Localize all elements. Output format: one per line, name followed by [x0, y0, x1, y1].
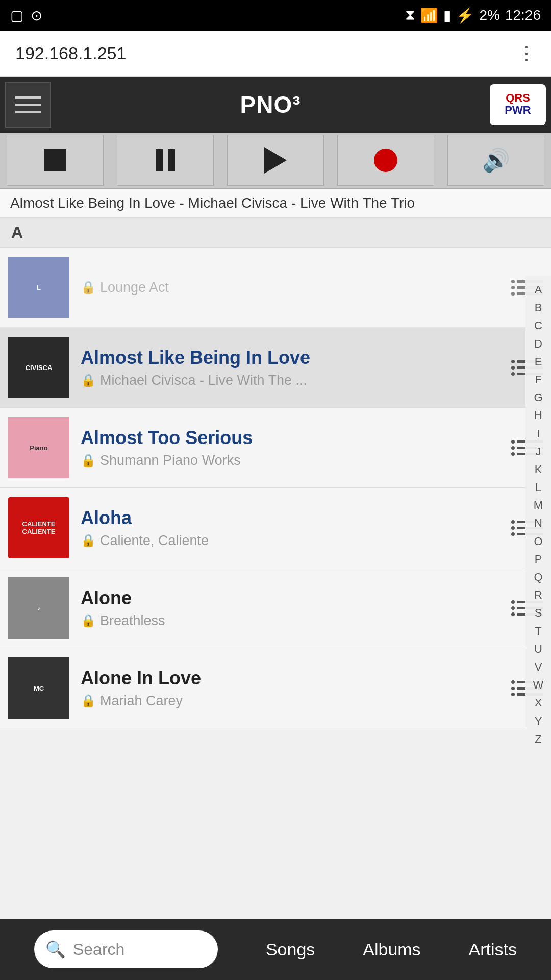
- hamburger-line: [15, 104, 41, 106]
- list-item[interactable]: CIVISCA Almost Like Being In Love 🔒 Mich…: [0, 328, 551, 408]
- tab-albums[interactable]: Albums: [363, 940, 420, 960]
- list-item[interactable]: CALIENTE CALIENTE Aloha 🔒 Caliente, Cali…: [0, 488, 551, 568]
- list-item[interactable]: ♪ Alone 🔒 Breathless: [0, 568, 551, 648]
- search-placeholder: Search: [73, 940, 124, 959]
- alpha-a[interactable]: A: [525, 281, 551, 299]
- lock-icon: 🔒: [81, 533, 96, 548]
- alpha-j[interactable]: J: [525, 443, 551, 460]
- app-title: PNO³: [240, 91, 301, 118]
- alpha-l[interactable]: L: [525, 478, 551, 496]
- song-subtitle: 🔒 Mariah Carey: [81, 693, 502, 709]
- album-art: CIVISCA: [8, 337, 69, 398]
- alpha-p[interactable]: P: [525, 550, 551, 568]
- alpha-h[interactable]: H: [525, 406, 551, 424]
- alpha-w[interactable]: W: [525, 676, 551, 694]
- alpha-s[interactable]: S: [525, 604, 551, 622]
- tab-artists[interactable]: Artists: [469, 940, 517, 960]
- alpha-u[interactable]: U: [525, 640, 551, 658]
- qrs-logo-top: QRS: [506, 92, 530, 104]
- song-title: Almost Like Being In Love: [81, 347, 502, 369]
- song-album: Breathless: [100, 613, 165, 629]
- volume-button[interactable]: 🔊: [447, 135, 544, 186]
- song-subtitle: 🔒 Michael Civisca - Live With The ...: [81, 373, 502, 388]
- lock-icon: 🔒: [81, 453, 96, 468]
- album-art-image: CIVISCA: [8, 337, 69, 398]
- pause-button[interactable]: [117, 135, 214, 186]
- url-text[interactable]: 192.168.1.251: [15, 43, 126, 63]
- play-button[interactable]: [227, 135, 324, 186]
- overflow-menu-icon[interactable]: ⋮: [517, 43, 536, 64]
- song-subtitle: 🔒 Shumann Piano Works: [81, 453, 502, 469]
- album-art: L: [8, 257, 69, 318]
- clock: 12:26: [505, 7, 541, 23]
- hamburger-menu-button[interactable]: [5, 82, 51, 128]
- list-item[interactable]: MC Alone In Love 🔒 Mariah Carey: [0, 648, 551, 728]
- hourglass-icon: ⧗: [405, 7, 415, 24]
- sim-icon: ▮: [443, 7, 451, 24]
- square-icon: ▢: [10, 7, 23, 24]
- song-info: Alone 🔒 Breathless: [81, 587, 502, 629]
- record-button[interactable]: [337, 135, 434, 186]
- song-title: Aloha: [81, 507, 502, 529]
- alpha-t[interactable]: T: [525, 622, 551, 640]
- alpha-y[interactable]: Y: [525, 712, 551, 730]
- album-art: MC: [8, 657, 69, 719]
- album-art: Piano: [8, 417, 69, 478]
- hamburger-line: [15, 111, 41, 113]
- alpha-i[interactable]: I: [525, 425, 551, 443]
- status-bar: ▢ ⊙ ⧗ 📶 ▮ ⚡ 2% 12:26: [0, 0, 551, 31]
- bottom-navigation-bar: 🔍 Search Songs Albums Artists: [0, 919, 551, 980]
- alpha-f[interactable]: F: [525, 371, 551, 388]
- album-art-image: ♪: [8, 577, 69, 639]
- song-album: Michael Civisca - Live With The ...: [100, 373, 307, 388]
- alpha-g[interactable]: G: [525, 388, 551, 406]
- lightning-icon: ⚡: [456, 7, 474, 24]
- alpha-b[interactable]: B: [525, 299, 551, 316]
- now-playing-bar: Almost Like Being In Love - Michael Civi…: [0, 189, 551, 218]
- qrs-logo-bottom: PWR: [505, 104, 531, 117]
- app-header: PNO³ QRS PWR: [0, 77, 551, 133]
- alpha-x[interactable]: X: [525, 694, 551, 712]
- pause-icon: [156, 149, 175, 172]
- list-item[interactable]: L 🔒 Lounge Act: [0, 248, 551, 328]
- play-icon: [264, 147, 287, 174]
- alpha-z[interactable]: Z: [525, 730, 551, 748]
- album-art: CALIENTE CALIENTE: [8, 497, 69, 558]
- alpha-q[interactable]: Q: [525, 568, 551, 586]
- alpha-r[interactable]: R: [525, 586, 551, 604]
- alpha-o[interactable]: O: [525, 532, 551, 550]
- alpha-n[interactable]: N: [525, 514, 551, 532]
- section-letter-a: A: [0, 218, 551, 248]
- section-label: A: [11, 223, 23, 241]
- album-art-image: MC: [8, 657, 69, 719]
- stop-button[interactable]: [7, 135, 104, 186]
- alpha-e[interactable]: E: [525, 353, 551, 371]
- art-label: L: [35, 282, 43, 293]
- song-title: Almost Too Serious: [81, 427, 502, 449]
- song-info: 🔒 Lounge Act: [81, 280, 502, 296]
- search-icon: 🔍: [45, 940, 66, 959]
- search-box[interactable]: 🔍 Search: [34, 930, 218, 968]
- alpha-m[interactable]: M: [525, 496, 551, 514]
- song-subtitle: 🔒 Caliente, Caliente: [81, 533, 502, 549]
- alpha-d[interactable]: D: [525, 335, 551, 353]
- lock-icon: 🔒: [81, 373, 96, 387]
- song-info: Almost Too Serious 🔒 Shumann Piano Works: [81, 427, 502, 469]
- tab-songs[interactable]: Songs: [266, 940, 315, 960]
- alphabet-index: A B C D E F G H I J K L M N O P Q R S T …: [525, 276, 551, 753]
- alpha-k[interactable]: K: [525, 460, 551, 478]
- alpha-c[interactable]: C: [525, 316, 551, 334]
- record-icon: [374, 149, 397, 172]
- lock-icon: 🔒: [81, 614, 96, 628]
- lock-icon: 🔒: [81, 694, 96, 708]
- list-item[interactable]: Piano Almost Too Serious 🔒 Shumann Piano…: [0, 408, 551, 488]
- album-art-image: CALIENTE CALIENTE: [8, 497, 69, 558]
- address-bar: 192.168.1.251 ⋮: [0, 31, 551, 77]
- record-status-icon: ⊙: [31, 7, 42, 24]
- song-info: Alone In Love 🔒 Mariah Carey: [81, 668, 502, 709]
- volume-icon: 🔊: [482, 147, 510, 174]
- song-title: Alone: [81, 587, 502, 609]
- alpha-v[interactable]: V: [525, 658, 551, 676]
- transport-controls: 🔊: [0, 133, 551, 189]
- song-subtitle: 🔒 Lounge Act: [81, 280, 502, 296]
